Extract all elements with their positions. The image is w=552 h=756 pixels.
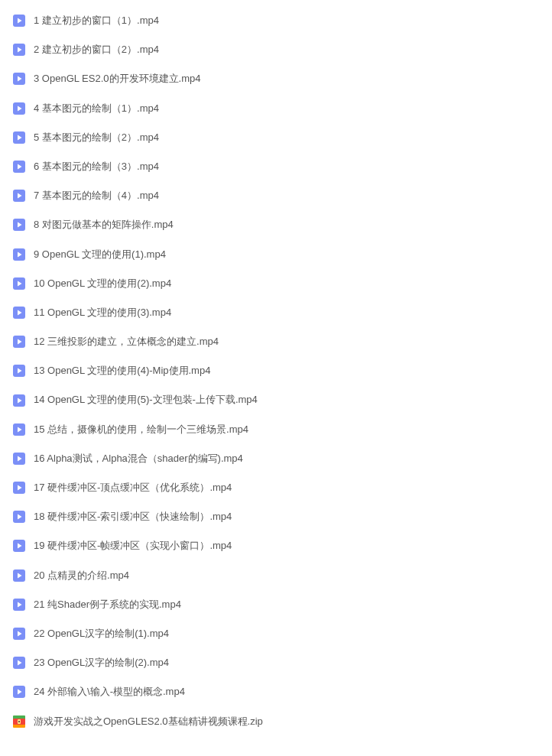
file-name-label: 10 OpenGL 文理的使用(2).mp4 xyxy=(34,277,171,290)
file-item[interactable]: 17 硬件缓冲区-顶点缓冲区（优化系统）.mp4 xyxy=(0,473,552,502)
video-file-icon xyxy=(12,569,26,582)
video-file-icon xyxy=(12,539,26,553)
file-item[interactable]: 3 OpenGL ES2.0的开发环境建立.mp4 xyxy=(0,64,552,93)
file-item[interactable]: 2 建立初步的窗口（2）.mp4 xyxy=(0,35,552,64)
file-item[interactable]: 18 硬件缓冲区-索引缓冲区（快速绘制）.mp4 xyxy=(0,502,552,531)
file-name-label: 1 建立初步的窗口（1）.mp4 xyxy=(34,14,159,28)
file-item[interactable]: 21 纯Shader例子系统的实现.mp4 xyxy=(0,590,552,619)
video-file-icon xyxy=(12,364,26,378)
video-file-icon xyxy=(12,218,26,232)
video-file-icon xyxy=(12,598,26,612)
video-file-icon xyxy=(12,189,26,203)
video-file-icon xyxy=(12,248,26,261)
file-list: 1 建立初步的窗口（1）.mp4 2 建立初步的窗口（2）.mp4 3 Open… xyxy=(0,6,552,736)
video-file-icon xyxy=(12,160,26,174)
video-file-icon xyxy=(12,510,26,524)
video-file-icon xyxy=(12,306,26,320)
file-item[interactable]: 14 OpenGL 文理的使用(5)-文理包装-上传下载.mp4 xyxy=(0,385,552,414)
file-name-label: 9 OpenGL 文理的使用(1).mp4 xyxy=(34,248,166,261)
file-name-label: 12 三维投影的建立，立体概念的建立.mp4 xyxy=(34,335,219,349)
file-item[interactable]: 15 总结，摄像机的使用，绘制一个三维场景.mp4 xyxy=(0,415,552,444)
file-name-label: 23 OpenGL汉字的绘制(2).mp4 xyxy=(34,656,169,670)
file-name-label: 13 OpenGL 文理的使用(4)-Mip使用.mp4 xyxy=(34,364,210,378)
file-item[interactable]: 9 OpenGL 文理的使用(1).mp4 xyxy=(0,240,552,269)
file-name-label: 22 OpenGL汉字的绘制(1).mp4 xyxy=(34,627,169,641)
file-name-label: 14 OpenGL 文理的使用(5)-文理包装-上传下载.mp4 xyxy=(34,393,258,407)
file-item[interactable]: 24 外部输入\输入-模型的概念.mp4 xyxy=(0,677,552,706)
file-name-label: 17 硬件缓冲区-顶点缓冲区（优化系统）.mp4 xyxy=(34,481,232,495)
file-item[interactable]: 11 OpenGL 文理的使用(3).mp4 xyxy=(0,298,552,327)
file-name-label: 15 总结，摄像机的使用，绘制一个三维场景.mp4 xyxy=(34,423,248,436)
file-name-label: 20 点精灵的介绍.mp4 xyxy=(34,569,129,582)
file-name-label: 11 OpenGL 文理的使用(3).mp4 xyxy=(34,306,171,320)
file-item[interactable]: 13 OpenGL 文理的使用(4)-Mip使用.mp4 xyxy=(0,356,552,385)
video-file-icon xyxy=(12,685,26,699)
video-file-icon xyxy=(12,394,26,407)
file-item[interactable]: 7 基本图元的绘制（4）.mp4 xyxy=(0,181,552,210)
file-item[interactable]: 22 OpenGL汉字的绘制(1).mp4 xyxy=(0,619,552,648)
file-item[interactable]: 1 建立初步的窗口（1）.mp4 xyxy=(0,6,552,35)
file-item[interactable]: 12 三维投影的建立，立体概念的建立.mp4 xyxy=(0,327,552,356)
video-file-icon xyxy=(12,452,26,466)
file-name-label: 8 对图元做基本的矩阵操作.mp4 xyxy=(34,218,174,232)
video-file-icon xyxy=(12,102,26,115)
svg-rect-28 xyxy=(18,721,20,722)
file-item[interactable]: 6 基本图元的绘制（3）.mp4 xyxy=(0,152,552,181)
file-item[interactable]: 游戏开发实战之OpenGLES2.0基础精讲视频课程.zip xyxy=(0,707,552,736)
file-item[interactable]: 23 OpenGL汉字的绘制(2).mp4 xyxy=(0,648,552,677)
file-name-label: 7 基本图元的绘制（4）.mp4 xyxy=(34,189,159,203)
file-name-label: 6 基本图元的绘制（3）.mp4 xyxy=(34,160,159,174)
file-name-label: 2 建立初步的窗口（2）.mp4 xyxy=(34,43,159,57)
file-name-label: 5 基本图元的绘制（2）.mp4 xyxy=(34,131,159,144)
file-name-label: 18 硬件缓冲区-索引缓冲区（快速绘制）.mp4 xyxy=(34,510,232,524)
file-item[interactable]: 19 硬件缓冲区-帧缓冲区（实现小窗口）.mp4 xyxy=(0,531,552,560)
video-file-icon xyxy=(12,72,26,86)
video-file-icon xyxy=(12,277,26,290)
file-name-label: 16 Alpha测试，Alpha混合（shader的编写).mp4 xyxy=(34,452,243,466)
file-name-label: 21 纯Shader例子系统的实现.mp4 xyxy=(34,598,181,612)
file-item[interactable]: 20 点精灵的介绍.mp4 xyxy=(0,561,552,590)
video-file-icon xyxy=(12,131,26,144)
file-name-label: 4 基本图元的绘制（1）.mp4 xyxy=(34,102,159,115)
file-item[interactable]: 4 基本图元的绘制（1）.mp4 xyxy=(0,94,552,123)
video-file-icon xyxy=(12,14,26,28)
video-file-icon xyxy=(12,43,26,57)
file-item[interactable]: 8 对图元做基本的矩阵操作.mp4 xyxy=(0,210,552,239)
video-file-icon xyxy=(12,423,26,436)
video-file-icon xyxy=(12,656,26,670)
file-name-label: 24 外部输入\输入-模型的概念.mp4 xyxy=(34,685,185,699)
video-file-icon xyxy=(12,481,26,495)
file-name-label: 19 硬件缓冲区-帧缓冲区（实现小窗口）.mp4 xyxy=(34,539,232,553)
zip-file-icon xyxy=(12,715,26,728)
video-file-icon xyxy=(12,335,26,349)
file-item[interactable]: 5 基本图元的绘制（2）.mp4 xyxy=(0,123,552,152)
file-item[interactable]: 10 OpenGL 文理的使用(2).mp4 xyxy=(0,269,552,298)
file-item[interactable]: 16 Alpha测试，Alpha混合（shader的编写).mp4 xyxy=(0,444,552,473)
file-name-label: 3 OpenGL ES2.0的开发环境建立.mp4 xyxy=(34,72,200,86)
video-file-icon xyxy=(12,627,26,641)
file-name-label: 游戏开发实战之OpenGLES2.0基础精讲视频课程.zip xyxy=(34,715,263,728)
